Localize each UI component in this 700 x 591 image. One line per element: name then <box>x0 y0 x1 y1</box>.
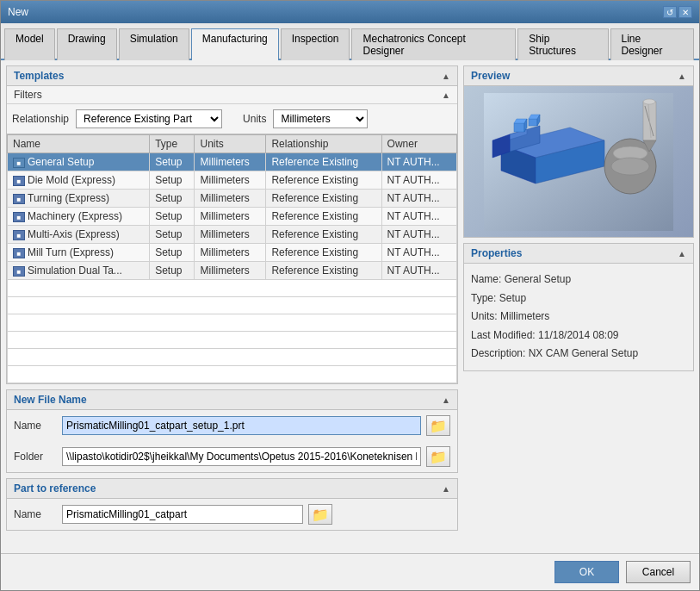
cell-units: Millimeters <box>195 153 266 171</box>
property-units: Units: Millimeters <box>471 308 686 327</box>
cell-name: ■Turning (Express) <box>8 190 150 208</box>
preview-title: Preview <box>471 70 510 82</box>
dialog-title: New <box>8 6 28 18</box>
folder-icon: 📁 <box>430 418 447 434</box>
table-row[interactable]: ■General Setup Setup Millimeters Referen… <box>8 153 457 171</box>
property-type: Type: Setup <box>471 289 686 308</box>
units-select[interactable]: Millimeters Inches Feet <box>273 109 368 128</box>
cell-type: Setup <box>150 226 195 244</box>
new-file-browse-button[interactable]: 📁 <box>426 415 450 436</box>
table-row-empty <box>8 314 457 332</box>
templates-section: Templates ▲ Filters ▲ Relationship Refer… <box>6 65 458 384</box>
new-file-folder-input[interactable] <box>62 447 421 466</box>
table-row[interactable]: ■Mill Turn (Express) Setup Millimeters R… <box>8 244 457 262</box>
folder-browse-button[interactable]: 📁 <box>426 446 450 467</box>
cell-type: Setup <box>150 244 195 262</box>
filters-header[interactable]: Filters ▲ <box>7 86 457 104</box>
table-row[interactable]: ■Simulation Dual Ta... Setup Millimeters… <box>8 262 457 280</box>
part-ref-name-input[interactable] <box>62 505 303 524</box>
part-ref-header[interactable]: Part to reference ▲ <box>7 479 457 499</box>
properties-header[interactable]: Properties ▲ <box>464 244 693 264</box>
part-ref-name-row: Name 📁 <box>7 499 457 530</box>
filters-content: Relationship Reference Existing Part New… <box>7 104 457 134</box>
prop-name-value: General Setup <box>505 273 571 285</box>
filters-collapse-icon: ▲ <box>442 90 450 100</box>
table-row[interactable]: ■Multi-Axis (Express) Setup Millimeters … <box>8 226 457 244</box>
cell-name: ■Die Mold (Express) <box>8 171 150 190</box>
refresh-button[interactable]: ↺ <box>663 6 677 18</box>
templates-table-wrapper: Name Type Units Relationship Owner ■Gene… <box>7 134 457 383</box>
properties-section: Properties ▲ Name: General Setup Type: S… <box>463 243 694 371</box>
ok-button[interactable]: OK <box>554 561 619 583</box>
folder-label: Folder <box>14 451 57 463</box>
table-row[interactable]: ■Die Mold (Express) Setup Millimeters Re… <box>8 171 457 190</box>
tab-line-designer[interactable]: Line Designer <box>610 28 694 60</box>
templates-title: Templates <box>14 70 64 82</box>
cell-relationship: Reference Existing <box>266 153 381 171</box>
filters-title: Filters <box>14 89 42 101</box>
preview-section: Preview ▲ <box>463 65 694 238</box>
title-controls: ↺ ✕ <box>663 6 692 18</box>
preview-image <box>464 86 693 237</box>
cell-owner: NT AUTH... <box>381 153 456 171</box>
prop-type-value: Setup <box>499 292 526 304</box>
new-file-section: New File Name ▲ Name 📁 Folder 📁 <box>6 389 458 473</box>
cell-type: Setup <box>150 171 195 190</box>
prop-desc-value: NX CAM General Setup <box>529 347 638 359</box>
tab-simulation[interactable]: Simulation <box>119 28 189 60</box>
relationship-label: Relationship <box>12 113 69 125</box>
table-row-empty <box>8 280 457 297</box>
part-ref-name-label: Name <box>14 508 57 520</box>
relationship-select[interactable]: Reference Existing Part New Part Copy fr… <box>76 109 222 128</box>
tab-manufacturing[interactable]: Manufacturing <box>191 28 279 60</box>
svg-point-15 <box>611 158 649 175</box>
left-panel: Templates ▲ Filters ▲ Relationship Refer… <box>6 65 458 548</box>
templates-table: Name Type Units Relationship Owner ■Gene… <box>7 134 457 383</box>
cell-name: ■Machinery (Express) <box>8 208 150 226</box>
properties-collapse-icon: ▲ <box>678 249 686 258</box>
table-row[interactable]: ■Turning (Express) Setup Millimeters Ref… <box>8 190 457 208</box>
tab-ship-structures[interactable]: Ship Structures <box>517 28 608 60</box>
tab-model[interactable]: Model <box>4 28 55 60</box>
templates-header[interactable]: Templates ▲ <box>7 66 457 86</box>
svg-rect-7 <box>514 123 524 132</box>
templates-collapse-icon: ▲ <box>442 72 450 81</box>
cell-name: ■Multi-Axis (Express) <box>8 226 150 244</box>
col-relationship: Relationship <box>266 135 381 153</box>
prop-modified-label: Last Modified: <box>471 329 536 341</box>
new-file-name-input[interactable] <box>62 416 421 435</box>
cell-units: Millimeters <box>195 244 266 262</box>
tab-drawing[interactable]: Drawing <box>57 28 117 60</box>
prop-units-label: Units: <box>471 310 498 322</box>
cancel-button[interactable]: Cancel <box>626 561 691 583</box>
cell-type: Setup <box>150 153 195 171</box>
tab-mechatronics[interactable]: Mechatronics Concept Designer <box>351 28 516 60</box>
close-button[interactable]: ✕ <box>678 6 692 18</box>
new-file-header[interactable]: New File Name ▲ <box>7 390 457 410</box>
part-ref-browse-button[interactable]: 📁 <box>308 504 332 525</box>
cell-owner: NT AUTH... <box>381 190 456 208</box>
cell-owner: NT AUTH... <box>381 226 456 244</box>
new-file-title: New File Name <box>14 394 87 406</box>
table-row[interactable]: ■Machinery (Express) Setup Millimeters R… <box>8 208 457 226</box>
right-panel: Preview ▲ <box>463 65 694 548</box>
svg-rect-10 <box>529 119 537 126</box>
prop-type-label: Type: <box>471 292 496 304</box>
cell-units: Millimeters <box>195 190 266 208</box>
cell-name: ■General Setup <box>8 153 150 171</box>
col-name: Name <box>8 135 150 153</box>
cell-relationship: Reference Existing <box>266 244 381 262</box>
table-row-empty <box>8 366 457 383</box>
cell-relationship: Reference Existing <box>266 226 381 244</box>
units-label: Units <box>243 113 266 125</box>
cell-owner: NT AUTH... <box>381 208 456 226</box>
new-file-folder-row: Folder 📁 <box>7 441 457 472</box>
tab-inspection[interactable]: Inspection <box>281 28 350 60</box>
table-row-empty <box>8 297 457 314</box>
folder-icon: 📁 <box>430 449 447 465</box>
title-bar: New ↺ ✕ <box>1 1 699 23</box>
name-label: Name <box>14 420 57 432</box>
part-ref-section: Part to reference ▲ Name 📁 <box>6 478 458 531</box>
preview-header[interactable]: Preview ▲ <box>464 66 693 86</box>
prop-units-value: Millimeters <box>500 310 549 322</box>
